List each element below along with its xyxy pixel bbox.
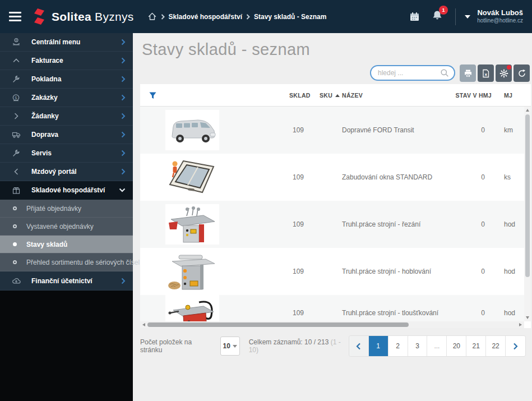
sidebar-item-skladove-hospodarstvi[interactable]: Skladové hospodářství: [0, 181, 133, 200]
pagination-next-button[interactable]: [506, 336, 525, 356]
sidebar-subitem-prijate-objednavky[interactable]: Přijaté objednávky: [0, 200, 133, 218]
search-box: [370, 65, 455, 81]
chevron-right-icon: [513, 343, 518, 350]
column-header-nazev[interactable]: NÁZEV: [342, 84, 363, 107]
cell-nazev: Dopravné FORD Transit: [342, 126, 414, 134]
sidebar-item-label: Mzdový portál: [31, 168, 77, 176]
app-logo[interactable]: Solitea Byznys: [33, 8, 134, 26]
cell-stav-v-hmj: 0: [481, 268, 485, 275]
chevron-right-icon: [121, 278, 126, 284]
sidebar-item-doprava[interactable]: Doprava: [0, 126, 133, 144]
table-row[interactable]: 109 Truhl.práce strojní - hoblování 0 ho…: [140, 248, 524, 295]
scroll-up-arrow-icon[interactable]: [526, 109, 529, 112]
brand-text: Solitea Byznys: [52, 10, 134, 24]
horizontal-scrollbar[interactable]: [140, 321, 524, 328]
vertical-scrollbar-thumb[interactable]: [525, 114, 530, 277]
refresh-button[interactable]: [514, 64, 530, 82]
search-icon[interactable]: [440, 68, 449, 77]
cell-nazev: Truhl.práce strojní - hoblování: [342, 268, 431, 275]
cell-stav-v-hmj: 0: [481, 220, 485, 228]
notifications-button[interactable]: 1: [432, 10, 443, 24]
horizontal-scrollbar-thumb[interactable]: [147, 322, 409, 327]
pagination-page-button[interactable]: 1: [369, 336, 388, 356]
chevron-right-icon: [121, 94, 126, 101]
sidebar-item-fakturace[interactable]: Fakturace: [0, 52, 133, 70]
sidebar-item-servis[interactable]: Servis: [0, 144, 133, 163]
sidebar-subitem-stavy-skladu[interactable]: Stavy skladů: [0, 236, 133, 253]
sidebar-item-financni-ucetnictvi[interactable]: Finanční účetnictví: [0, 271, 133, 291]
sidebar-subitem-label: Stavy skladů: [26, 241, 67, 248]
cell-stav-v-hmj: 0: [481, 126, 485, 134]
thicknessing-machine-image: [166, 296, 218, 321]
page-title: Stavy skladů - seznam: [142, 40, 310, 59]
excel-export-button[interactable]: x: [478, 64, 494, 82]
chevron-down-icon[interactable]: [465, 15, 470, 19]
pagination-page-button[interactable]: 20: [447, 336, 466, 356]
sidebar-item-pokladna[interactable]: Pokladna: [0, 70, 133, 89]
pagination-page-button[interactable]: 3: [408, 336, 428, 356]
sidebar-item-label: Fakturace: [31, 57, 63, 64]
table-row[interactable]: 109 Zabudování okna STANDARD 0 ks: [140, 154, 524, 201]
chevron-right-icon: [121, 39, 126, 45]
sidebar-subitem-vystavene-objednavky[interactable]: Vystavené objednávky: [0, 218, 133, 236]
user-menu[interactable]: Novák Luboš hotline@hotline.cz: [477, 8, 523, 25]
calendar-icon[interactable]: [405, 11, 424, 22]
table-header: SKLAD SKU NÁZEV STAV V HMJ MJ: [140, 84, 531, 107]
print-button[interactable]: [460, 64, 476, 82]
ford-transit-van-image: [166, 113, 218, 148]
product-image: [165, 295, 219, 321]
settings-button[interactable]: [496, 64, 512, 82]
filter-button[interactable]: [149, 84, 157, 107]
chevron-left-icon: [356, 343, 361, 350]
pagination-page-button[interactable]: 2: [388, 336, 408, 356]
sort-ascending-icon: [335, 94, 340, 97]
cell-sklad: 109: [289, 309, 307, 317]
breadcrumb-item[interactable]: Skladové hospodářství: [169, 13, 242, 21]
truck-icon: [11, 131, 21, 139]
home-icon[interactable]: [147, 12, 157, 21]
breadcrumb-item-current: Stavy skladů - Seznam: [254, 13, 326, 21]
sidebar-item-zadanky[interactable]: Žádanky: [0, 107, 133, 126]
per-page-select[interactable]: 10: [220, 337, 240, 356]
chevron-left-icon: [11, 168, 21, 176]
roof-window-image: [166, 158, 218, 197]
scroll-right-arrow-icon[interactable]: [519, 323, 522, 326]
cell-mj: ks: [504, 173, 511, 181]
pagination: 1 2 3 ... 20 21 22: [349, 336, 525, 356]
table-row[interactable]: 109 Truhl.práce strojní - tloušťkování 0…: [140, 295, 524, 321]
pagination-prev-button[interactable]: [349, 336, 369, 356]
sidebar-subitem-prehled-sortimentu[interactable]: Přehled sortimentu dle sériových čísel: [0, 253, 133, 271]
pagination-page-button[interactable]: 21: [466, 336, 486, 356]
table-row[interactable]: 109 Dopravné FORD Transit 0 km: [140, 107, 524, 154]
wrench-icon: [11, 75, 21, 84]
chevron-right-icon: [121, 150, 126, 156]
chevron-right-icon: [121, 76, 126, 82]
column-header-sku[interactable]: SKU: [320, 84, 340, 107]
cell-mj: hod: [504, 220, 515, 228]
column-header-mj[interactable]: MJ: [504, 84, 512, 107]
sidebar-item-zakazky[interactable]: $ Zakázky: [0, 89, 133, 107]
pagination-page-button[interactable]: 22: [486, 336, 506, 356]
hand-coin-icon: [11, 38, 21, 47]
hamburger-menu-icon[interactable]: [9, 10, 21, 24]
scroll-left-arrow-icon[interactable]: [142, 323, 145, 326]
sidebar-item-mzdovy-portal[interactable]: Mzdový portál: [0, 163, 133, 181]
search-input[interactable]: [378, 69, 440, 77]
settings-alert-dot: [507, 65, 511, 70]
app-header: Solitea Byznys Skladové hospodářství Sta…: [0, 0, 532, 33]
sidebar-item-label: Doprava: [31, 131, 58, 139]
scroll-down-arrow-icon[interactable]: [526, 316, 529, 319]
sidebar-item-centralni-menu[interactable]: Centrální menu: [0, 33, 133, 52]
cell-sklad: 109: [289, 126, 307, 134]
product-image: [165, 110, 219, 150]
cell-nazev: Truhl.práce strojní - řezání: [342, 220, 420, 228]
column-header-sklad[interactable]: SKLAD: [289, 84, 311, 107]
per-page-value: 10: [223, 342, 230, 350]
table-row[interactable]: 109 Truhl.práce strojní - řezání 0 hod: [140, 201, 524, 248]
breadcrumb: Skladové hospodářství Stavy skladů - Sez…: [147, 12, 327, 21]
vertical-scrollbar[interactable]: [524, 107, 531, 321]
sidebar-item-label: Finanční účetnictví: [31, 277, 92, 285]
filter-funnel-icon: [149, 91, 157, 100]
user-email: hotline@hotline.cz: [477, 17, 523, 25]
column-header-stav-v-hmj[interactable]: STAV V HMJ: [456, 84, 492, 107]
